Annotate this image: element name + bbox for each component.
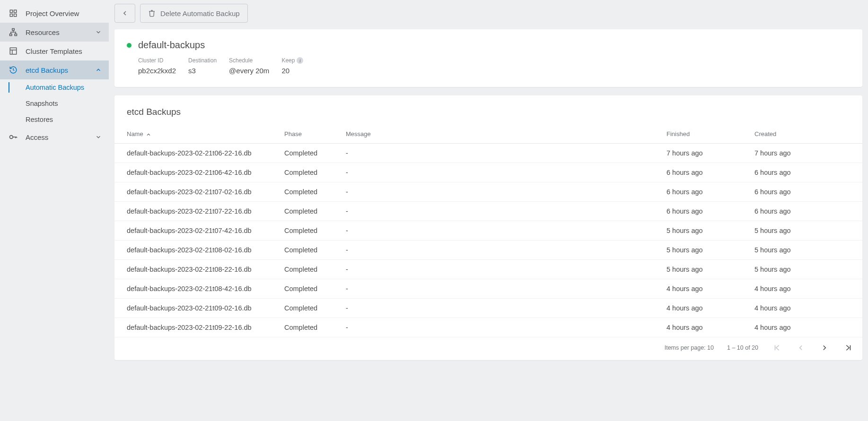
cell-message: - (340, 144, 661, 163)
col-header-created[interactable]: Created (749, 126, 862, 144)
cell-phase: Completed (279, 221, 340, 241)
subnav-label: Snapshots (26, 100, 58, 107)
cell-created: 7 hours ago (749, 144, 862, 163)
nav-project-overview[interactable]: Project Overview (0, 4, 109, 23)
key-icon (9, 132, 18, 142)
cell-name: default-backups-2023-02-21t08-42-16.db (114, 279, 279, 299)
first-page-button[interactable] (772, 342, 783, 353)
nav-etcd-backups[interactable]: etcd Backups (0, 60, 109, 79)
svg-rect-6 (15, 34, 17, 36)
nav-label: Project Overview (26, 9, 102, 17)
cell-finished: 5 hours ago (661, 260, 749, 279)
cell-created: 4 hours ago (749, 318, 862, 337)
cell-name: default-backups-2023-02-21t07-42-16.db (114, 221, 279, 241)
meta-value: pb2cx2kxd2 (138, 67, 176, 75)
cell-name: default-backups-2023-02-21t08-22-16.db (114, 260, 279, 279)
cell-name: default-backups-2023-02-21t09-02-16.db (114, 299, 279, 318)
main-content: Delete Automatic Backup default-backups … (109, 0, 868, 421)
cell-name: default-backups-2023-02-21t07-02-16.db (114, 182, 279, 202)
table-row[interactable]: default-backups-2023-02-21t07-42-16.dbCo… (114, 221, 862, 241)
cell-created: 6 hours ago (749, 163, 862, 182)
subnav-snapshots[interactable]: Snapshots (0, 95, 109, 112)
etcd-subnav: Automatic Backups Snapshots Restores (0, 79, 109, 128)
col-label: Created (754, 130, 776, 137)
cell-name: default-backups-2023-02-21t08-02-16.db (114, 241, 279, 260)
chevron-right-icon (820, 344, 829, 352)
first-page-icon (773, 344, 781, 352)
history-icon (9, 65, 18, 75)
next-page-button[interactable] (819, 342, 830, 353)
cell-finished: 6 hours ago (661, 202, 749, 221)
cell-created: 6 hours ago (749, 202, 862, 221)
table-row[interactable]: default-backups-2023-02-21t07-22-16.dbCo… (114, 202, 862, 221)
nav-cluster-templates[interactable]: Cluster Templates (0, 42, 109, 60)
last-page-icon (844, 344, 852, 352)
nav-label: etcd Backups (26, 66, 95, 74)
table-row[interactable]: default-backups-2023-02-21t09-22-16.dbCo… (114, 318, 862, 337)
subnav-label: Restores (26, 116, 53, 123)
cell-message: - (340, 182, 661, 202)
last-page-button[interactable] (842, 342, 854, 353)
info-icon[interactable]: i (297, 57, 303, 64)
nav-resources[interactable]: Resources (0, 23, 109, 42)
meta-label: Cluster ID (138, 57, 176, 64)
cell-created: 4 hours ago (749, 279, 862, 299)
cell-phase: Completed (279, 260, 340, 279)
table-row[interactable]: default-backups-2023-02-21t08-02-16.dbCo… (114, 241, 862, 260)
cell-message: - (340, 163, 661, 182)
col-header-name[interactable]: Name (114, 126, 279, 144)
table-row[interactable]: default-backups-2023-02-21t09-02-16.dbCo… (114, 299, 862, 318)
chevron-down-icon (95, 28, 102, 36)
cell-phase: Completed (279, 241, 340, 260)
items-per-page-label: Items per page: (665, 344, 706, 351)
col-header-phase[interactable]: Phase (279, 126, 340, 144)
cell-phase: Completed (279, 299, 340, 318)
cell-phase: Completed (279, 163, 340, 182)
prev-page-button[interactable] (795, 342, 807, 353)
subnav-restores[interactable]: Restores (0, 112, 109, 128)
nav-label: Access (26, 133, 95, 141)
chevron-left-icon (121, 9, 129, 17)
table-row[interactable]: default-backups-2023-02-21t07-02-16.dbCo… (114, 182, 862, 202)
svg-rect-1 (14, 10, 17, 12)
back-button[interactable] (114, 4, 135, 23)
meta-label: Keep i (281, 57, 303, 64)
pagination: Items per page: 10 1 – 10 of 20 (114, 337, 862, 360)
chevron-up-icon (95, 66, 102, 74)
meta-value: s3 (188, 67, 217, 75)
cell-phase: Completed (279, 182, 340, 202)
page-buttons (772, 342, 854, 353)
title-row: default-backups (127, 40, 850, 51)
chevron-down-icon (95, 133, 102, 141)
cell-message: - (340, 260, 661, 279)
meta-label: Schedule (229, 57, 269, 64)
cell-name: default-backups-2023-02-21t07-22-16.db (114, 202, 279, 221)
page-range: 1 – 10 of 20 (727, 344, 758, 351)
col-header-finished[interactable]: Finished (661, 126, 749, 144)
cell-finished: 5 hours ago (661, 241, 749, 260)
grid-icon (9, 9, 18, 18)
sitemap-icon (9, 27, 18, 37)
delete-backup-button[interactable]: Delete Automatic Backup (140, 4, 248, 23)
nav-access[interactable]: Access (0, 128, 109, 146)
svg-rect-3 (14, 14, 17, 17)
cell-message: - (340, 202, 661, 221)
table-row[interactable]: default-backups-2023-02-21t08-22-16.dbCo… (114, 260, 862, 279)
sort-asc-icon (146, 132, 151, 137)
col-label: Name (127, 130, 143, 137)
template-icon (9, 46, 18, 56)
meta-row: Cluster ID pb2cx2kxd2 Destination s3 Sch… (127, 57, 850, 75)
items-per-page[interactable]: Items per page: 10 (665, 344, 714, 351)
toolbar: Delete Automatic Backup (114, 4, 862, 23)
cell-phase: Completed (279, 318, 340, 337)
cell-finished: 6 hours ago (661, 163, 749, 182)
table-row[interactable]: default-backups-2023-02-21t06-42-16.dbCo… (114, 163, 862, 182)
nav-label: Resources (26, 28, 95, 36)
cell-created: 6 hours ago (749, 182, 862, 202)
table-row[interactable]: default-backups-2023-02-21t08-42-16.dbCo… (114, 279, 862, 299)
subnav-automatic-backups[interactable]: Automatic Backups (0, 79, 109, 95)
col-header-message[interactable]: Message (340, 126, 661, 144)
table-row[interactable]: default-backups-2023-02-21t06-22-16.dbCo… (114, 144, 862, 163)
trash-icon (148, 9, 156, 17)
cell-created: 5 hours ago (749, 221, 862, 241)
